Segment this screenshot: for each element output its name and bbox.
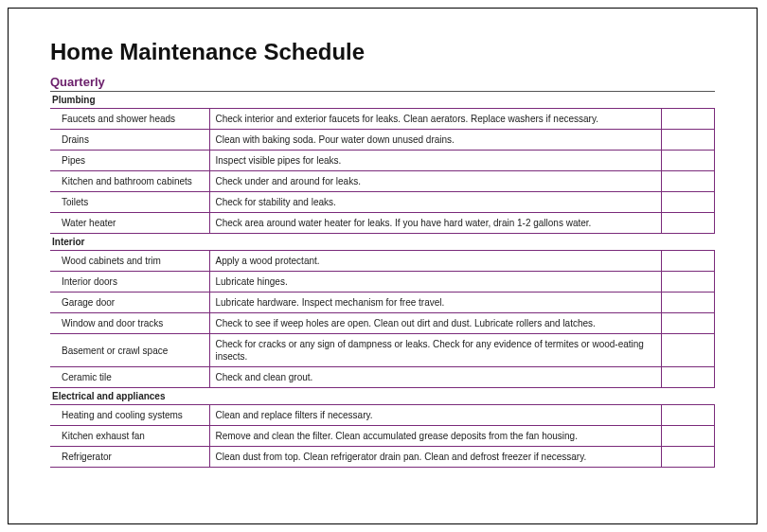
section-header: Plumbing (50, 92, 715, 109)
item-task: Check area around water heater for leaks… (209, 213, 662, 234)
table-row: Garage doorLubricate hardware. Inspect m… (50, 293, 715, 313)
item-task: Check for cracks or any sign of dampness… (209, 334, 662, 367)
item-name: Basement or crawl space (50, 334, 209, 367)
page-container: Home Maintenance Schedule Quarterly Plum… (8, 8, 758, 524)
section-header: Electrical and appliances (50, 388, 715, 405)
section-header: Interior (50, 234, 715, 251)
check-cell[interactable] (662, 313, 715, 334)
item-name: Faucets and shower heads (50, 109, 209, 130)
check-cell[interactable] (662, 367, 715, 388)
item-name: Kitchen exhaust fan (50, 426, 209, 447)
item-task: Check interior and exterior faucets for … (209, 109, 662, 130)
item-task: Apply a wood protectant. (209, 251, 662, 272)
check-cell[interactable] (662, 192, 715, 213)
item-task: Clean dust from top. Clean refrigerator … (209, 447, 662, 468)
item-task: Check and clean grout. (209, 367, 662, 388)
table-row: ToiletsCheck for stability and leaks. (50, 192, 715, 213)
item-task: Lubricate hinges. (209, 272, 662, 293)
item-name: Water heater (50, 213, 209, 234)
check-cell[interactable] (662, 293, 715, 313)
check-cell[interactable] (662, 426, 715, 447)
check-cell[interactable] (662, 334, 715, 367)
page-title: Home Maintenance Schedule (50, 39, 715, 65)
section-name: Interior (50, 234, 715, 251)
table-row: Heating and cooling systemsClean and rep… (50, 405, 715, 426)
item-name: Heating and cooling systems (50, 405, 209, 426)
section-name: Electrical and appliances (50, 388, 715, 405)
table-row: Interior doorsLubricate hinges. (50, 272, 715, 293)
item-name: Garage door (50, 293, 209, 313)
item-task: Clean and replace filters if necessary. (209, 405, 662, 426)
table-row: PipesInspect visible pipes for leaks. (50, 151, 715, 171)
item-name: Refrigerator (50, 447, 209, 468)
item-name: Window and door tracks (50, 313, 209, 334)
check-cell[interactable] (662, 109, 715, 130)
table-row: Wood cabinets and trimApply a wood prote… (50, 251, 715, 272)
check-cell[interactable] (662, 151, 715, 171)
period-label: Quarterly (50, 75, 715, 89)
check-cell[interactable] (662, 213, 715, 234)
table-row: DrainsClean with baking soda. Pour water… (50, 130, 715, 151)
item-task: Remove and clean the filter. Clean accum… (209, 426, 662, 447)
check-cell[interactable] (662, 447, 715, 468)
check-cell[interactable] (662, 405, 715, 426)
item-name: Ceramic tile (50, 367, 209, 388)
section-name: Plumbing (50, 92, 715, 109)
table-row: Kitchen exhaust fanRemove and clean the … (50, 426, 715, 447)
table-row: Kitchen and bathroom cabinetsCheck under… (50, 171, 715, 192)
item-task: Lubricate hardware. Inspect mechanism fo… (209, 293, 662, 313)
table-row: Window and door tracksCheck to see if we… (50, 313, 715, 334)
item-name: Interior doors (50, 272, 209, 293)
item-task: Clean with baking soda. Pour water down … (209, 130, 662, 151)
check-cell[interactable] (662, 272, 715, 293)
table-row: Ceramic tileCheck and clean grout. (50, 367, 715, 388)
item-task: Check under and around for leaks. (209, 171, 662, 192)
table-row: RefrigeratorClean dust from top. Clean r… (50, 447, 715, 468)
table-row: Water heaterCheck area around water heat… (50, 213, 715, 234)
check-cell[interactable] (662, 130, 715, 151)
table-row: Basement or crawl spaceCheck for cracks … (50, 334, 715, 367)
item-name: Toilets (50, 192, 209, 213)
item-task: Inspect visible pipes for leaks. (209, 151, 662, 171)
item-name: Wood cabinets and trim (50, 251, 209, 272)
table-row: Faucets and shower headsCheck interior a… (50, 109, 715, 130)
check-cell[interactable] (662, 171, 715, 192)
item-name: Pipes (50, 151, 209, 171)
item-task: Check for stability and leaks. (209, 192, 662, 213)
item-name: Kitchen and bathroom cabinets (50, 171, 209, 192)
item-task: Check to see if weep holes are open. Cle… (209, 313, 662, 334)
item-name: Drains (50, 130, 209, 151)
check-cell[interactable] (662, 251, 715, 272)
schedule-table: PlumbingFaucets and shower headsCheck in… (50, 91, 715, 468)
